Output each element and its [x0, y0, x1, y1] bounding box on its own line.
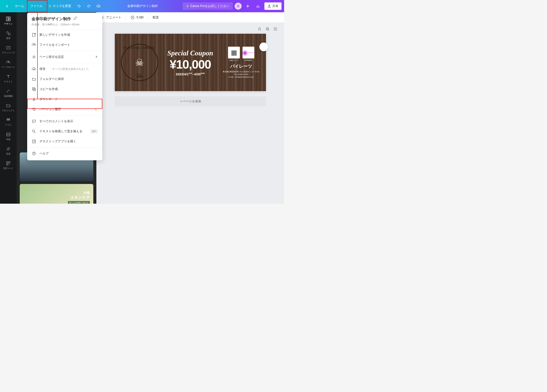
file-menu-title: 金券印刷デザイン制作	[32, 16, 71, 21]
menu-label: テキストを検索して置き換える	[39, 129, 87, 133]
resize-button[interactable]: ♛サイズを変更	[46, 2, 74, 10]
try-pro-button[interactable]: ♛Canva Proをお試しください	[183, 2, 233, 10]
add-button[interactable]	[243, 2, 252, 11]
coupon-amount: ¥10,000	[160, 57, 220, 71]
sidebar-item-design[interactable]: デザイン	[0, 14, 17, 28]
resize-label: サイズを変更	[53, 4, 71, 8]
sidebar-item-draw[interactable]: 描画機能	[0, 86, 17, 100]
menu-find-replace[interactable]: テキストを検索して置き換える⌘F	[27, 126, 102, 136]
svg-rect-13	[7, 162, 8, 163]
cloud-sync-icon[interactable]	[94, 2, 103, 11]
svg-rect-21	[266, 27, 268, 30]
redo-button[interactable]	[84, 2, 93, 11]
menu-label: コピーを作成	[39, 87, 98, 91]
svg-rect-11	[9, 120, 10, 121]
menu-label: 保存	[39, 67, 46, 71]
year-label: 2009	[137, 75, 142, 78]
sidebar-item-elements[interactable]: 素材	[0, 28, 17, 42]
menu-label: ヘルプ	[39, 152, 98, 155]
folder-icon	[6, 103, 11, 108]
document-title[interactable]: 金券印刷デザイン制作	[104, 4, 181, 8]
left-sidebar: デザイン 素材 ブランドハブ アップロード テキスト 描画機能 プロジェクト ア…	[0, 12, 17, 204]
add-page-icon[interactable]	[273, 26, 278, 32]
crown-icon: ♛	[186, 4, 189, 8]
back-button[interactable]	[3, 2, 11, 11]
canvas-toolbar: アニメート 5.0秒 配置	[96, 12, 284, 23]
sidebar-label: 写真	[6, 138, 11, 141]
lock-icon[interactable]	[257, 26, 262, 32]
duration-button[interactable]: 5.0秒	[130, 15, 144, 20]
svg-rect-4	[8, 33, 10, 35]
svg-rect-7	[8, 118, 9, 119]
template-text: 美しさは内側から始まる	[68, 201, 90, 204]
sidebar-item-brandhub[interactable]: ブランドハブ	[0, 42, 17, 57]
background-icon	[6, 146, 11, 152]
menu-label: 新しいデザインを作成	[39, 33, 98, 37]
home-button[interactable]: ホーム	[12, 2, 27, 10]
sidebar-item-projects[interactable]: プロジェクト	[0, 100, 17, 115]
sidebar-label: 背景	[6, 152, 11, 155]
brand-icon	[6, 45, 11, 50]
sidebar-label: 素材	[6, 37, 11, 40]
add-page-button[interactable]: ＋ページを追加	[115, 96, 266, 106]
svg-rect-27	[33, 88, 35, 91]
menu-label: バージョン履歴	[39, 107, 91, 111]
duplicate-icon[interactable]	[265, 26, 270, 32]
menu-copy[interactable]: コピーを作成	[27, 84, 102, 94]
copy-icon	[32, 87, 36, 92]
menu-page-settings[interactable]: ページ表示を設定	[27, 52, 102, 62]
crown-icon: ♛	[49, 4, 51, 8]
canvas-area: アニメート 5.0秒 配置 PIRATES CREPE ☠ SINCE2009 …	[96, 12, 284, 204]
share-label: 共有	[272, 4, 278, 8]
svg-rect-9	[7, 120, 8, 121]
edit-title-icon[interactable]	[73, 16, 77, 21]
folder-icon	[32, 77, 36, 81]
sidebar-label: アップロード	[2, 66, 15, 69]
sidebar-label: プロジェクト	[2, 109, 15, 112]
animate-button[interactable]: アニメート	[100, 15, 121, 20]
file-button[interactable]: ファイル	[27, 2, 45, 10]
regenerate-fab[interactable]: ↻	[259, 42, 268, 51]
sidebar-item-photos[interactable]: 写真	[0, 129, 17, 144]
templates-icon	[6, 16, 11, 21]
menu-label: ダウンロード	[39, 97, 98, 101]
menu-help[interactable]: ヘルプ	[27, 149, 102, 159]
arrange-button[interactable]: 配置	[153, 15, 159, 20]
svg-rect-5	[7, 47, 10, 49]
crown-icon: ♛	[94, 108, 98, 111]
template-thumbnail[interactable]: 中島 スキンケア 美しさは内側から始まる	[20, 184, 93, 204]
sidebar-item-upload[interactable]: アップロード	[0, 57, 17, 71]
sidebar-item-qrcode[interactable]: QRコード	[0, 158, 17, 173]
sidebar-label: デザイン	[4, 22, 13, 25]
share-button[interactable]: 共有	[264, 2, 281, 10]
svg-rect-0	[6, 17, 8, 21]
search-icon	[32, 129, 36, 134]
template-text: スキンケア	[68, 195, 90, 200]
menu-import[interactable]: ファイルをインポート	[27, 40, 102, 50]
menu-comments[interactable]: すべてのコメントを表示	[27, 116, 102, 126]
coupon-logo: PIRATES CREPE ☠ SINCE2009	[121, 44, 158, 81]
sidebar-item-apps[interactable]: アプリ	[0, 115, 17, 129]
analytics-button[interactable]	[254, 2, 263, 11]
undo-button[interactable]	[75, 2, 83, 11]
sidebar-item-text[interactable]: テキスト	[0, 71, 17, 86]
menu-save-folder[interactable]: フォルダーに保存	[27, 74, 102, 84]
duration-label: 5.0秒	[137, 15, 144, 20]
menu-save[interactable]: 保存すべての変更は保存されました	[27, 64, 102, 74]
qr-code-instagram: ◉PURISOLU	[242, 47, 254, 59]
qr-label: Instagram	[242, 59, 254, 61]
menu-new-design[interactable]: 新しいデザインを作成	[27, 30, 102, 40]
history-icon	[32, 107, 36, 112]
user-avatar[interactable]: 貴	[235, 3, 242, 10]
coupon-center: Special Coupon ¥10,000 2023/4/1SAT–4/30S…	[158, 49, 223, 76]
menu-desktop-app[interactable]: デスクトップアプリを開く	[27, 136, 102, 147]
since-label: SINCE	[137, 74, 142, 75]
new-design-icon	[32, 32, 36, 37]
brand-name: パイレーツ	[223, 63, 260, 69]
menu-version-history[interactable]: バージョン履歴♛	[27, 104, 102, 114]
menu-download[interactable]: ダウンロード	[27, 94, 102, 104]
sidebar-label: テキスト	[4, 80, 13, 83]
design-canvas-page[interactable]: PIRATES CREPE ☠ SINCE2009 Special Coupon…	[115, 34, 266, 91]
sidebar-item-background[interactable]: 背景	[0, 144, 17, 158]
svg-rect-16	[9, 164, 9, 164]
